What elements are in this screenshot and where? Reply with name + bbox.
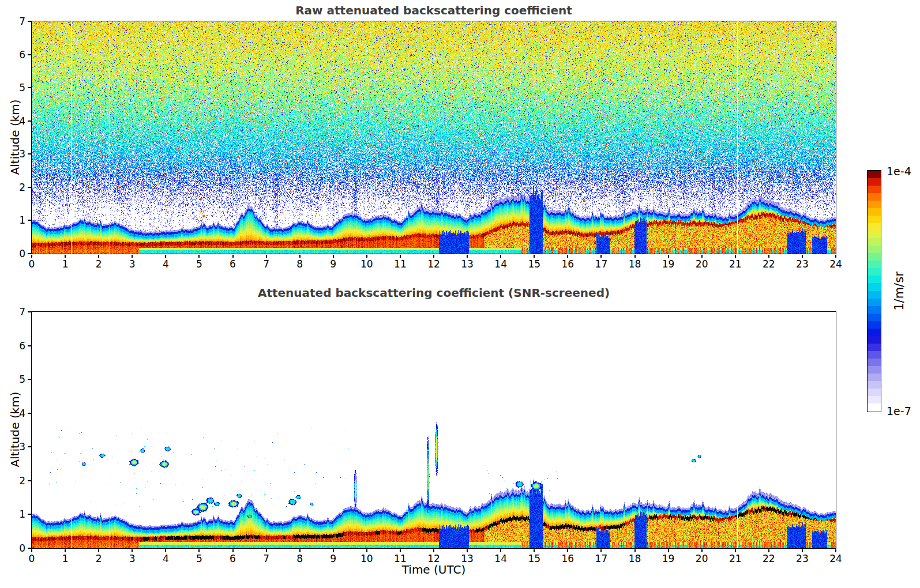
x-tick-mark — [165, 255, 166, 258]
x-tick-mark — [366, 255, 367, 258]
x-tick-label: 20 — [692, 258, 712, 270]
x-tick-label: 18 — [625, 258, 645, 270]
x-tick-mark — [600, 549, 602, 552]
colorbar-min-label: 1e-7 — [887, 405, 911, 417]
x-tick-label: 4 — [155, 258, 176, 270]
x-tick-label: 5 — [189, 553, 209, 564]
panel1-title: Raw attenuated backscattering coefficien… — [32, 3, 836, 17]
y-tick-mark — [28, 345, 31, 346]
y-tick-mark — [28, 54, 31, 55]
x-tick-mark — [467, 255, 468, 258]
x-tick-mark — [299, 255, 301, 258]
y-tick-mark — [28, 220, 31, 221]
y-tick-mark — [28, 21, 31, 22]
y-tick-label: 0 — [8, 248, 25, 259]
x-axis-label: Time (UTC) — [32, 563, 836, 576]
y-tick-label: 6 — [8, 340, 25, 352]
x-tick-mark — [98, 549, 99, 552]
x-tick-label: 1 — [55, 553, 76, 564]
y-tick-label: 1 — [8, 214, 25, 226]
x-tick-label: 9 — [323, 258, 344, 270]
y-tick-label: 4 — [8, 408, 25, 419]
x-tick-label: 12 — [423, 258, 444, 270]
y-tick-label: 2 — [8, 182, 25, 193]
y-tick-mark — [28, 379, 31, 380]
x-tick-label: 17 — [591, 553, 611, 564]
y-tick-mark — [28, 413, 31, 414]
x-tick-mark — [567, 255, 568, 258]
x-tick-label: 5 — [189, 258, 209, 270]
x-tick-mark — [299, 549, 301, 552]
x-tick-mark — [534, 549, 535, 552]
raw-backscatter-heatmap — [32, 21, 836, 254]
x-tick-label: 14 — [490, 553, 511, 564]
x-tick-label: 13 — [457, 553, 478, 564]
x-tick-label: 15 — [524, 258, 545, 270]
x-tick-mark — [31, 255, 32, 258]
y-tick-mark — [28, 480, 31, 481]
x-tick-mark — [400, 255, 401, 258]
x-tick-label: 0 — [21, 553, 42, 564]
x-tick-label: 0 — [21, 258, 42, 270]
x-tick-label: 23 — [792, 258, 813, 270]
x-tick-label: 2 — [88, 553, 109, 564]
y-tick-label: 5 — [8, 82, 25, 93]
x-tick-mark — [802, 549, 803, 552]
screened-backscatter-panel — [31, 311, 836, 549]
x-tick-label: 21 — [725, 553, 746, 564]
x-tick-mark — [735, 255, 736, 258]
raw-backscatter-panel — [31, 21, 836, 254]
x-tick-mark — [668, 549, 669, 552]
x-tick-mark — [232, 549, 234, 552]
colorbar-max-label: 1e-4 — [887, 165, 911, 177]
x-tick-mark — [266, 549, 267, 552]
x-tick-mark — [802, 255, 803, 258]
y-tick-label: 2 — [8, 475, 25, 487]
x-tick-label: 16 — [557, 258, 578, 270]
x-tick-label: 13 — [457, 258, 478, 270]
x-tick-mark — [835, 549, 836, 552]
x-tick-mark — [132, 549, 133, 552]
x-tick-label: 21 — [725, 258, 746, 270]
x-tick-mark — [366, 549, 367, 552]
x-tick-label: 3 — [122, 553, 142, 564]
y-tick-label: 0 — [8, 542, 25, 554]
x-tick-label: 3 — [122, 258, 142, 270]
panel2-title: Attenuated backscattering coefficient (S… — [32, 286, 836, 300]
x-tick-mark — [65, 549, 66, 552]
y-tick-label: 6 — [8, 49, 25, 61]
colorbar — [867, 170, 881, 412]
x-tick-label: 6 — [223, 258, 243, 270]
x-tick-mark — [400, 549, 401, 552]
y-tick-mark — [28, 253, 31, 254]
y-tick-mark — [28, 514, 31, 515]
x-tick-mark — [333, 549, 334, 552]
x-tick-label: 14 — [490, 258, 511, 270]
x-tick-label: 22 — [758, 258, 779, 270]
y-tick-mark — [28, 548, 31, 549]
x-tick-mark — [600, 255, 602, 258]
x-tick-mark — [232, 255, 234, 258]
x-tick-mark — [198, 549, 200, 552]
y-tick-label: 7 — [8, 16, 25, 27]
x-tick-label: 7 — [256, 553, 277, 564]
y-tick-label: 3 — [8, 148, 25, 160]
x-tick-mark — [98, 255, 99, 258]
x-tick-label: 20 — [692, 553, 712, 564]
x-tick-label: 7 — [256, 258, 277, 270]
x-tick-label: 24 — [825, 553, 846, 564]
x-tick-label: 10 — [356, 258, 377, 270]
panel1-ylabel: Altitude (km) — [8, 80, 22, 195]
x-tick-label: 16 — [557, 553, 578, 564]
x-tick-label: 24 — [825, 258, 846, 270]
x-tick-mark — [433, 549, 434, 552]
x-tick-label: 19 — [658, 258, 679, 270]
y-tick-mark — [28, 187, 31, 188]
x-tick-label: 1 — [55, 258, 76, 270]
colorbar-unit-label: 1/m/sr — [892, 257, 906, 326]
x-tick-mark — [500, 255, 501, 258]
x-tick-mark — [668, 255, 669, 258]
y-tick-label: 5 — [8, 374, 25, 385]
x-tick-label: 23 — [792, 553, 813, 564]
x-tick-mark — [768, 255, 769, 258]
